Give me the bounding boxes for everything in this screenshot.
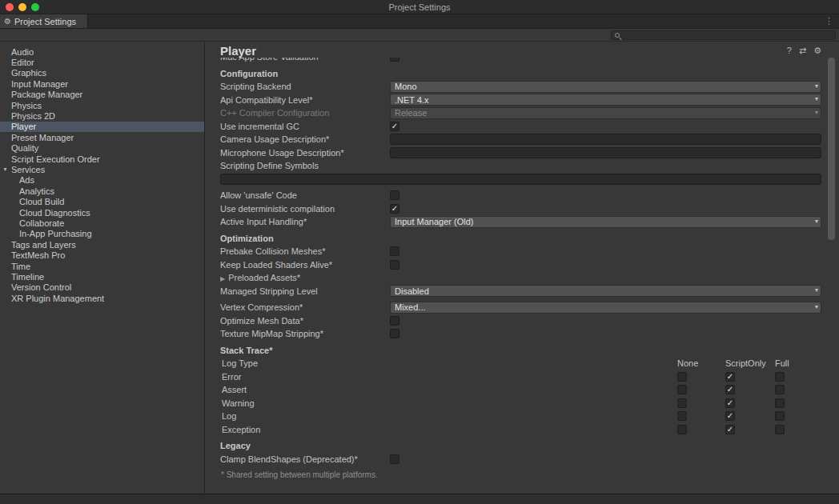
api-compatibility-level-dropdown[interactable]: .NET 4.x▾	[390, 94, 821, 106]
tab-label: Project Settings	[14, 17, 76, 26]
row-scripting-define-symbols-value	[206, 173, 839, 186]
foldout-collapsed-icon[interactable]: ▶	[220, 275, 225, 282]
sidebar-item-editor[interactable]: Editor	[0, 57, 204, 67]
sidebar-item-physics[interactable]: Physics	[0, 100, 204, 110]
sidebar-item-ads[interactable]: Ads	[0, 175, 204, 186]
texture-mipmap-stripping-checkbox[interactable]	[390, 329, 399, 338]
sidebar-item-label: In-App Purchasing	[19, 229, 92, 238]
mac-app-store-validation-checkbox[interactable]	[390, 58, 399, 62]
sidebar-item-input-manager[interactable]: Input Manager	[0, 78, 204, 89]
row-optimize-mesh-data: Optimize Mesh Data*	[206, 314, 839, 328]
active-input-handling-dropdown[interactable]: Input Manager (Old)▾	[390, 216, 821, 228]
sidebar-item-version-control[interactable]: Version Control	[0, 282, 204, 293]
managed-stripping-level-dropdown[interactable]: Disabled▾	[390, 285, 821, 297]
error-full-checkbox[interactable]	[775, 372, 785, 382]
log-none-checkbox[interactable]	[677, 411, 687, 421]
close-button[interactable]	[6, 3, 14, 11]
row-scripting-define-symbols: Scripting Define Symbols	[206, 159, 839, 173]
microphone-usage-description-input[interactable]	[390, 147, 821, 158]
sidebar-item-label: Quality	[11, 143, 38, 153]
allow-unsafe-code-checkbox[interactable]	[390, 190, 399, 200]
section-heading-optimization: Optimization	[206, 232, 839, 246]
tab-menu-icon[interactable]: ⋮	[819, 14, 839, 28]
titlebar: Project Settings	[0, 0, 839, 14]
scripting-backend-dropdown[interactable]: Mono▾	[390, 81, 821, 93]
sidebar-item-label: Graphics	[11, 68, 46, 78]
error-scriptonly-checkbox[interactable]: ✓	[725, 372, 735, 382]
vertex-compression-dropdown[interactable]: Mixed...▾	[390, 302, 821, 314]
sidebar-item-timeline[interactable]: Timeline	[0, 271, 204, 282]
scripting-define-symbols-value-input[interactable]	[220, 174, 821, 185]
settings-gear-icon[interactable]: ⚙	[813, 46, 821, 56]
exception-full-checkbox[interactable]	[775, 425, 785, 434]
field-label: Camera Usage Description*	[220, 134, 390, 144]
sidebar-item-cloud-diagnostics[interactable]: Cloud Diagnostics	[0, 207, 204, 218]
sidebar-item-label: Preset Manager	[11, 133, 74, 142]
field-label: Prebake Collision Meshes*	[220, 246, 390, 256]
assert-scriptonly-checkbox[interactable]: ✓	[725, 385, 735, 394]
assert-none-checkbox[interactable]	[677, 385, 687, 394]
presets-icon[interactable]: ⇄	[799, 46, 806, 56]
optimize-mesh-data-checkbox[interactable]	[390, 316, 399, 326]
sidebar-item-label: Timeline	[11, 272, 44, 282]
field-label: Exception	[220, 425, 390, 434]
window-title: Project Settings	[388, 2, 450, 12]
log-scriptonly-checkbox[interactable]: ✓	[725, 411, 735, 421]
use-deterministic-compilation-checkbox[interactable]: ✓	[390, 204, 399, 214]
field-label: Warning	[220, 398, 390, 408]
exception-none-checkbox[interactable]	[677, 425, 687, 434]
help-icon[interactable]: ?	[787, 46, 792, 56]
search-input[interactable]	[620, 31, 835, 39]
sidebar-item-label: Editor	[11, 58, 34, 67]
sidebar-item-collaborate[interactable]: Collaborate	[0, 218, 204, 228]
camera-usage-description-input[interactable]	[390, 134, 821, 145]
sidebar-item-player[interactable]: Player	[0, 122, 204, 132]
warning-full-checkbox[interactable]	[775, 398, 785, 408]
scrollbar[interactable]	[828, 58, 835, 490]
sidebar-item-xr-plugin-management[interactable]: XR Plugin Management	[0, 293, 204, 303]
sidebar-item-physics-2d[interactable]: Physics 2D	[0, 110, 204, 121]
field-label: Use incremental GC	[220, 122, 390, 131]
stack-trace-column-headers: Log TypeNoneScriptOnlyFull	[206, 357, 839, 370]
warning-none-checkbox[interactable]	[677, 398, 687, 408]
sidebar-item-time[interactable]: Time	[0, 261, 204, 271]
prebake-collision-meshes-checkbox[interactable]	[390, 246, 399, 256]
error-none-checkbox[interactable]	[677, 372, 687, 382]
sidebar-item-in-app-purchasing[interactable]: In-App Purchasing	[0, 229, 204, 239]
content-area: AudioEditorGraphicsInput ManagerPackage …	[0, 42, 839, 494]
sidebar-item-tags-and-layers[interactable]: Tags and Layers	[0, 239, 204, 250]
sidebar-item-label: XR Plugin Management	[11, 294, 104, 303]
sidebar-item-graphics[interactable]: Graphics	[0, 68, 204, 78]
sidebar-item-package-manager[interactable]: Package Manager	[0, 90, 204, 100]
tab-project-settings[interactable]: ⚙ Project Settings	[0, 14, 88, 28]
field-label: Microphone Usage Description*	[220, 148, 390, 158]
sidebar-item-cloud-build[interactable]: Cloud Build	[0, 196, 204, 206]
sidebar-item-audio[interactable]: Audio	[0, 46, 204, 57]
sidebar-item-services[interactable]: ▼Services	[0, 164, 204, 174]
scrollbar-thumb[interactable]	[828, 58, 835, 240]
sidebar-item-script-execution-order[interactable]: Script Execution Order	[0, 154, 204, 164]
tab-bar: ⚙ Project Settings ⋮	[0, 14, 839, 29]
sidebar-item-preset-manager[interactable]: Preset Manager	[0, 132, 204, 142]
keep-loaded-shaders-alive-checkbox[interactable]	[390, 260, 399, 270]
clamp-blendshapes-deprecated-checkbox[interactable]	[390, 454, 399, 464]
foldout-expanded-icon[interactable]: ▼	[2, 164, 8, 174]
log-full-checkbox[interactable]	[775, 411, 785, 421]
minimize-button[interactable]	[18, 3, 26, 11]
field-label: Error	[220, 372, 390, 382]
use-incremental-gc-checkbox[interactable]: ✓	[390, 122, 399, 131]
sidebar-item-quality[interactable]: Quality	[0, 143, 204, 154]
sidebar-item-textmesh-pro[interactable]: TextMesh Pro	[0, 250, 204, 260]
assert-full-checkbox[interactable]	[775, 385, 785, 394]
sidebar-item-label: Services	[11, 165, 45, 174]
maximize-button[interactable]	[31, 3, 39, 11]
exception-scriptonly-checkbox[interactable]: ✓	[725, 425, 735, 434]
search-box[interactable]	[611, 30, 836, 40]
sidebar-item-analytics[interactable]: Analytics	[0, 186, 204, 196]
field-label: Managed Stripping Level	[220, 286, 390, 296]
row-api-compatibility-level: Api Compatibility Level*.NET 4.x▾	[206, 94, 839, 107]
warning-scriptonly-checkbox[interactable]: ✓	[725, 398, 735, 408]
project-settings-window: Project Settings ⚙ Project Settings ⋮ Au…	[0, 0, 839, 504]
search-toolbar	[0, 29, 839, 42]
row-c-compiler-configuration: C++ Compiler ConfigurationRelease▾	[206, 106, 839, 120]
